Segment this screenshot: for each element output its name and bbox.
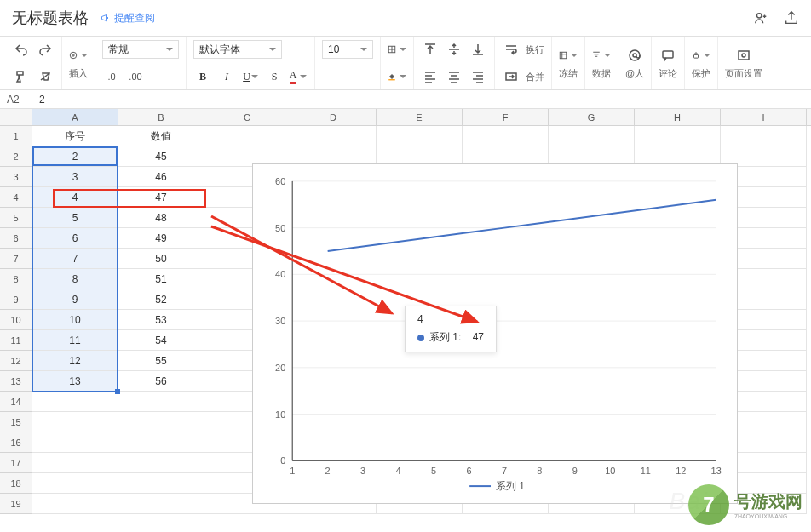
row-header[interactable]: 7 (0, 249, 32, 269)
cell[interactable] (32, 392, 118, 412)
increase-decimal-button[interactable]: .00 (126, 67, 145, 86)
cell[interactable]: 3 (32, 167, 118, 187)
fill-color-button[interactable] (388, 67, 406, 86)
clear-format-button[interactable] (36, 67, 55, 86)
row-header[interactable]: 2 (0, 146, 32, 167)
cell-reference[interactable]: A2 (0, 90, 32, 109)
cell[interactable] (118, 392, 204, 412)
valign-middle-button[interactable] (445, 40, 463, 59)
merge-button[interactable] (502, 67, 521, 86)
cell[interactable] (32, 412, 118, 432)
cell[interactable]: 2 (32, 146, 118, 167)
remind-link[interactable]: 提醒查阅 (101, 11, 155, 26)
row-header[interactable]: 5 (0, 208, 32, 228)
cell[interactable]: 45 (118, 146, 204, 167)
row-header[interactable]: 11 (0, 330, 32, 351)
select-all-corner[interactable] (0, 109, 32, 125)
comment-button[interactable] (659, 46, 677, 65)
col-header-F[interactable]: F (463, 109, 549, 125)
cell[interactable] (32, 494, 118, 514)
row-header[interactable]: 15 (0, 412, 32, 432)
page-setup-button[interactable] (734, 46, 753, 65)
strikethrough-button[interactable]: S (265, 67, 284, 86)
export-icon[interactable] (784, 10, 799, 26)
font-select[interactable]: 默认字体 (193, 40, 282, 59)
cell[interactable]: 50 (118, 249, 204, 269)
cell[interactable]: 4 (32, 187, 118, 208)
row-header[interactable]: 10 (0, 310, 32, 330)
doc-title[interactable]: 无标题表格 (12, 8, 89, 28)
italic-button[interactable]: I (217, 67, 236, 86)
chart-container[interactable]: 010203040506012345678910111213 系列 1 4 系列… (252, 163, 738, 504)
cell[interactable]: 序号 (32, 126, 118, 146)
cell[interactable]: 55 (118, 351, 204, 371)
row-header[interactable]: 14 (0, 392, 32, 412)
cell[interactable] (32, 473, 118, 494)
cell[interactable]: 10 (32, 310, 118, 330)
col-header-A[interactable]: A (32, 109, 118, 125)
cell[interactable] (463, 126, 549, 146)
bold-button[interactable]: B (193, 67, 212, 86)
undo-button[interactable] (12, 40, 31, 59)
row-header[interactable]: 4 (0, 187, 32, 208)
format-painter-button[interactable] (12, 67, 31, 86)
cell[interactable] (204, 126, 290, 146)
row-header[interactable]: 1 (0, 126, 32, 146)
row-header[interactable]: 6 (0, 228, 32, 249)
protect-button[interactable] (692, 46, 710, 65)
cell[interactable]: 48 (118, 208, 204, 228)
col-header-H[interactable]: H (635, 109, 721, 125)
col-header-C[interactable]: C (204, 109, 290, 125)
cell[interactable]: 7 (32, 249, 118, 269)
col-header-I[interactable]: I (721, 109, 807, 125)
cell[interactable] (118, 453, 204, 473)
cell[interactable] (635, 126, 721, 146)
cell[interactable]: 12 (32, 351, 118, 371)
font-size-select[interactable]: 10 (322, 40, 373, 59)
row-header[interactable]: 8 (0, 269, 32, 289)
cell[interactable]: 53 (118, 310, 204, 330)
redo-button[interactable] (36, 40, 55, 59)
row-header[interactable]: 17 (0, 453, 32, 473)
cell[interactable]: 8 (32, 269, 118, 289)
row-header[interactable]: 19 (0, 494, 32, 514)
col-header-E[interactable]: E (377, 109, 463, 125)
cell[interactable] (118, 412, 204, 432)
share-user-icon[interactable] (753, 10, 768, 26)
cell[interactable]: 54 (118, 330, 204, 351)
data-button[interactable] (592, 46, 611, 65)
cell[interactable]: 46 (118, 167, 204, 187)
cell[interactable] (118, 432, 204, 453)
cell[interactable] (721, 126, 807, 146)
cell[interactable] (118, 494, 204, 514)
cell[interactable] (32, 453, 118, 473)
cell[interactable]: 11 (32, 330, 118, 351)
underline-button[interactable]: U (241, 67, 260, 86)
row-header[interactable]: 3 (0, 167, 32, 187)
cell[interactable]: 数值 (118, 126, 204, 146)
formula-value[interactable]: 2 (32, 94, 45, 106)
cell[interactable]: 49 (118, 228, 204, 249)
wrap-button[interactable] (502, 40, 521, 59)
cell[interactable]: 56 (118, 371, 204, 392)
cell[interactable]: 6 (32, 228, 118, 249)
decrease-decimal-button[interactable]: .0 (102, 67, 121, 86)
insert-button[interactable] (69, 46, 88, 65)
cell[interactable]: 47 (118, 187, 204, 208)
cell[interactable] (377, 126, 463, 146)
at-button[interactable] (625, 46, 644, 65)
font-color-button[interactable]: A (289, 67, 308, 86)
fill-handle[interactable] (115, 389, 120, 394)
align-left-button[interactable] (421, 67, 440, 86)
cell[interactable] (32, 432, 118, 453)
border-button[interactable] (388, 40, 406, 59)
number-format-select[interactable]: 常规 (102, 40, 179, 59)
row-header[interactable]: 13 (0, 371, 32, 392)
align-center-button[interactable] (445, 67, 463, 86)
row-header[interactable]: 12 (0, 351, 32, 371)
col-header-D[interactable]: D (290, 109, 377, 125)
valign-bottom-button[interactable] (469, 40, 487, 59)
cell[interactable]: 52 (118, 289, 204, 310)
freeze-button[interactable] (559, 46, 578, 65)
col-header-B[interactable]: B (118, 109, 204, 125)
